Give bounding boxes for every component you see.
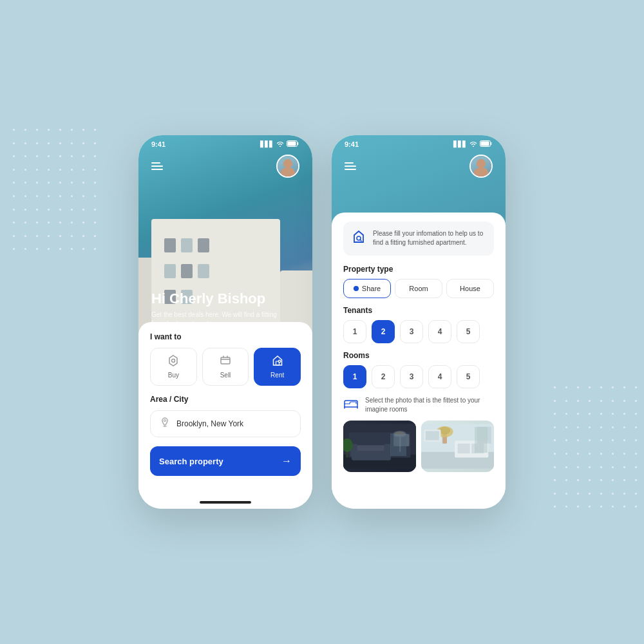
menu-icon-2[interactable] xyxy=(345,162,356,170)
status-icons-2: ▋▋▋ xyxy=(453,140,493,148)
svg-rect-22 xyxy=(393,434,409,446)
avatar-image-1 xyxy=(278,156,298,176)
room-2[interactable]: 2 xyxy=(372,365,395,388)
menu-line2-2 xyxy=(345,166,356,167)
svg-point-6 xyxy=(164,420,166,422)
room-1[interactable]: 1 xyxy=(343,365,366,388)
area-section: Area / City Brooklyn, New York xyxy=(150,395,301,437)
svg-rect-8 xyxy=(481,142,489,146)
phone-screen-2: 9:41 ▋▋▋ xyxy=(332,135,506,509)
house-chip[interactable]: House xyxy=(446,279,494,298)
bottom-card-1: I want to Buy xyxy=(138,322,312,496)
menu-line-3 xyxy=(151,169,163,170)
phone-screen-1: 9:41 ▋▋▋ xyxy=(138,135,312,509)
svg-rect-26 xyxy=(458,444,470,454)
menu-line-2 xyxy=(151,166,163,167)
search-button-label: Search property xyxy=(159,457,223,466)
buy-button[interactable]: Buy xyxy=(150,348,197,386)
buy-label: Buy xyxy=(168,372,179,379)
area-input[interactable]: Brooklyn, New York xyxy=(150,410,301,437)
svg-rect-32 xyxy=(426,431,439,440)
sell-label: Sell xyxy=(220,372,231,379)
room-3[interactable]: 3 xyxy=(400,365,423,388)
rent-label: Rent xyxy=(270,372,284,379)
svg-rect-27 xyxy=(471,444,484,454)
status-bar-1: 9:41 ▋▋▋ xyxy=(138,135,312,151)
battery-icon-1 xyxy=(287,140,299,148)
battery-icon-2 xyxy=(480,140,493,148)
location-value: Brooklyn, New York xyxy=(176,419,243,428)
action-buttons: Buy Sell xyxy=(150,348,301,386)
rooms-label: Rooms xyxy=(343,351,494,360)
svg-point-2 xyxy=(172,359,175,363)
menu-line2-3 xyxy=(345,169,356,170)
status-icons-1: ▋▋▋ xyxy=(260,140,299,148)
svg-point-18 xyxy=(393,431,406,437)
bed-icon xyxy=(343,398,359,413)
menu-line-1 xyxy=(151,162,160,164)
signal-icon-2: ▋▋▋ xyxy=(453,141,467,147)
svg-rect-17 xyxy=(399,435,401,452)
tenant-1[interactable]: 1 xyxy=(343,320,366,343)
bottom-bar-1 xyxy=(138,496,312,509)
room-options: 1 2 3 4 5 xyxy=(343,365,494,388)
room-photo-hint: Select the photo that is the fittest to … xyxy=(343,396,494,414)
arrow-icon: → xyxy=(281,455,292,467)
rent-icon xyxy=(272,355,283,369)
tenants-label: Tenants xyxy=(343,306,494,315)
svg-rect-33 xyxy=(477,427,491,444)
property-type-options: Share Room House xyxy=(343,279,494,298)
menu-line2-1 xyxy=(345,162,354,164)
wifi-icon-2 xyxy=(469,141,477,148)
hero-section-1: Hi Cherly Bishop Get the best deals here… xyxy=(138,135,312,335)
tenant-4[interactable]: 4 xyxy=(428,320,451,343)
tenant-2[interactable]: 2 xyxy=(372,320,395,343)
i-want-to-label: I want to xyxy=(150,332,301,341)
house-label: House xyxy=(460,285,480,292)
dot-decoration-left: const dotLeft = document.querySelector('… xyxy=(13,129,90,258)
signal-icon-1: ▋▋▋ xyxy=(260,141,274,147)
search-home-icon xyxy=(351,229,366,248)
svg-point-30 xyxy=(439,427,450,435)
buy-icon xyxy=(167,355,179,369)
room-photo-light[interactable] xyxy=(421,421,494,472)
tenant-3[interactable]: 3 xyxy=(400,320,423,343)
photo-grid xyxy=(343,421,494,472)
sell-button[interactable]: Sell xyxy=(202,348,249,386)
tenant-5[interactable]: 5 xyxy=(457,320,480,343)
avatar-image-2 xyxy=(471,156,491,176)
wifi-icon-1 xyxy=(276,141,284,148)
photo-hint-text: Select the photo that is the fittest to … xyxy=(365,396,494,414)
room-chip[interactable]: Room xyxy=(395,279,442,298)
room-photo-section: Select the photo that is the fittest to … xyxy=(343,396,494,472)
share-label: Share xyxy=(362,285,381,292)
time-display-1: 9:41 xyxy=(151,140,166,148)
bottom-card-2: Please fill your infomation to help us t… xyxy=(332,213,506,509)
property-type-section: Property type Share Room House xyxy=(343,265,494,298)
svg-rect-16 xyxy=(384,444,390,457)
room-4[interactable]: 4 xyxy=(428,365,451,388)
room-label: Room xyxy=(409,285,428,292)
area-label: Area / City xyxy=(150,395,301,404)
time-display-2: 9:41 xyxy=(345,140,359,148)
home-indicator-1 xyxy=(200,501,251,504)
tenants-section: Tenants 1 2 3 4 5 xyxy=(343,306,494,343)
rent-button[interactable]: Rent xyxy=(254,348,301,386)
svg-point-19 xyxy=(394,431,405,436)
share-chip[interactable]: Share xyxy=(343,279,391,298)
rooms-section: Rooms 1 2 3 4 5 xyxy=(343,351,494,388)
room-5[interactable]: 5 xyxy=(457,365,480,388)
search-property-button[interactable]: Search property → xyxy=(150,446,301,476)
avatar-2[interactable] xyxy=(469,155,493,178)
property-type-label: Property type xyxy=(343,265,494,274)
hero-title: Hi Cherly Bishop xyxy=(151,291,299,307)
avatar-1[interactable] xyxy=(276,155,299,178)
svg-rect-1 xyxy=(288,142,296,146)
share-dot xyxy=(354,286,359,291)
sell-icon xyxy=(220,355,231,369)
status-bar-2: 9:41 ▋▋▋ xyxy=(332,135,506,151)
top-nav-1 xyxy=(138,155,312,178)
room-photo-dark[interactable] xyxy=(343,421,416,472)
menu-icon[interactable] xyxy=(151,162,163,170)
top-nav-2 xyxy=(332,155,506,178)
